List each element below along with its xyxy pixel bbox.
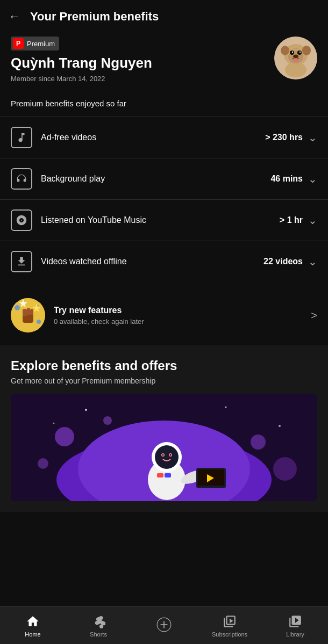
svg-point-9 — [300, 52, 301, 53]
svg-point-47 — [53, 423, 55, 424]
explore-section: Explore benefits and offers Get more out… — [0, 345, 328, 512]
svg-point-38 — [170, 454, 172, 456]
chevron-down-icon-3: ⌄ — [308, 214, 317, 227]
explore-title: Explore benefits and offers — [11, 358, 317, 373]
profile-section: P Premium Quỳnh Trang Nguyen Member sinc… — [0, 31, 328, 93]
svg-point-27 — [38, 458, 48, 469]
explore-subtitle: Get more out of your Premium membership — [11, 377, 317, 385]
benefit-item-adfree[interactable]: Ad-free videos > 230 hrs ⌄ — [0, 117, 328, 158]
svg-point-8 — [292, 52, 293, 53]
create-svg — [156, 613, 172, 636]
home-icon — [25, 614, 40, 629]
subscriptions-svg — [223, 614, 237, 628]
benefit-value-offline: 22 videos — [263, 257, 303, 266]
svg-point-13 — [15, 305, 20, 310]
library-svg — [288, 614, 302, 628]
benefit-value-ytmusic: > 1 hr — [280, 215, 303, 225]
nav-item-create[interactable] — [131, 614, 197, 638]
nav-item-subscriptions[interactable]: Subscriptions — [197, 611, 262, 641]
arrow-right-icon: > — [311, 309, 317, 322]
benefit-value-adfree: > 230 hrs — [265, 133, 303, 142]
svg-point-4 — [281, 46, 289, 55]
back-button[interactable]: ← — [9, 11, 20, 23]
svg-point-46 — [279, 425, 281, 427]
nav-item-library[interactable]: Library — [262, 611, 328, 641]
music-circle-icon — [11, 209, 32, 231]
svg-rect-17 — [23, 309, 27, 316]
svg-rect-19 — [30, 309, 33, 315]
svg-rect-18 — [27, 308, 30, 315]
library-icon — [288, 614, 303, 629]
nav-item-home[interactable]: Home — [0, 611, 66, 641]
headphones-icon — [11, 168, 32, 190]
features-text-block: Try new features 0 available, check agai… — [54, 306, 144, 325]
header: ← Your Premium benefits — [0, 0, 328, 31]
subscriptions-icon — [222, 614, 237, 629]
svg-point-45 — [225, 407, 227, 408]
features-subtitle: 0 available, check again later — [54, 317, 144, 325]
premium-label: Premium — [27, 40, 55, 48]
music-note-svg — [16, 132, 27, 143]
svg-point-5 — [302, 46, 311, 55]
bottom-nav: Home Shorts Subscriptions — [0, 606, 328, 644]
svg-point-10 — [293, 55, 298, 59]
benefits-header: Premium benefits enjoyed so far — [0, 93, 328, 117]
shorts-svg — [91, 614, 105, 628]
svg-point-7 — [297, 50, 302, 55]
svg-rect-31 — [157, 473, 163, 477]
svg-point-11 — [294, 59, 298, 62]
download-svg — [16, 256, 27, 267]
benefit-value-background: 46 mins — [270, 174, 303, 184]
svg-point-34 — [155, 445, 179, 469]
benefit-item-offline[interactable]: Videos watched offline 22 videos ⌄ — [0, 241, 328, 282]
back-arrow-icon: ← — [9, 11, 20, 23]
avatar-image — [274, 37, 317, 79]
svg-point-44 — [85, 409, 87, 411]
nav-label-subscriptions: Subscriptions — [212, 631, 247, 638]
benefit-label-offline: Videos watched offline — [41, 257, 263, 266]
nav-label-shorts: Shorts — [90, 631, 107, 638]
chevron-down-icon: ⌄ — [308, 131, 317, 144]
svg-point-29 — [103, 416, 112, 425]
nav-item-shorts[interactable]: Shorts — [66, 611, 131, 641]
svg-point-28 — [273, 457, 297, 481]
benefit-label-adfree: Ad-free videos — [41, 133, 265, 142]
new-features-icon — [11, 298, 45, 332]
premium-badge: P Premium — [11, 37, 59, 50]
chevron-down-icon-4: ⌄ — [308, 255, 317, 268]
benefit-label-ytmusic: Listened on YouTube Music — [41, 215, 280, 225]
create-icon — [156, 617, 172, 632]
svg-point-6 — [290, 50, 294, 55]
svg-point-25 — [55, 427, 74, 446]
benefit-item-background[interactable]: Background play 46 mins ⌄ — [0, 158, 328, 199]
chevron-down-icon-2: ⌄ — [308, 172, 317, 185]
benefit-item-ytmusic[interactable]: Listened on YouTube Music > 1 hr ⌄ — [0, 199, 328, 241]
music-note-icon — [11, 127, 32, 148]
download-icon — [11, 251, 32, 272]
svg-point-14 — [37, 320, 41, 324]
explore-illustration-svg — [11, 394, 317, 501]
benefit-label-background: Background play — [41, 174, 270, 184]
profile-info: P Premium Quỳnh Trang Nguyen Member sinc… — [11, 37, 152, 83]
nav-label-home: Home — [25, 631, 40, 638]
svg-rect-32 — [165, 473, 171, 477]
shorts-icon — [91, 614, 106, 629]
features-svg — [11, 298, 45, 332]
nav-label-library: Library — [286, 631, 304, 638]
features-title: Try new features — [54, 306, 144, 315]
bottom-spacer — [0, 512, 328, 555]
premium-p-icon: P — [13, 38, 24, 49]
profile-name: Quỳnh Trang Nguyen — [11, 55, 152, 71]
explore-illustration — [11, 394, 317, 501]
avatar — [274, 37, 317, 79]
headphones-svg — [16, 173, 27, 185]
page-title: Your Premium benefits — [30, 10, 159, 24]
music-circle-svg — [16, 214, 27, 226]
new-features-item[interactable]: Try new features 0 available, check agai… — [0, 287, 328, 343]
member-since: Member since March 14, 2022 — [11, 75, 152, 83]
svg-point-37 — [162, 454, 164, 456]
home-svg — [26, 614, 40, 628]
svg-point-26 — [251, 435, 266, 450]
